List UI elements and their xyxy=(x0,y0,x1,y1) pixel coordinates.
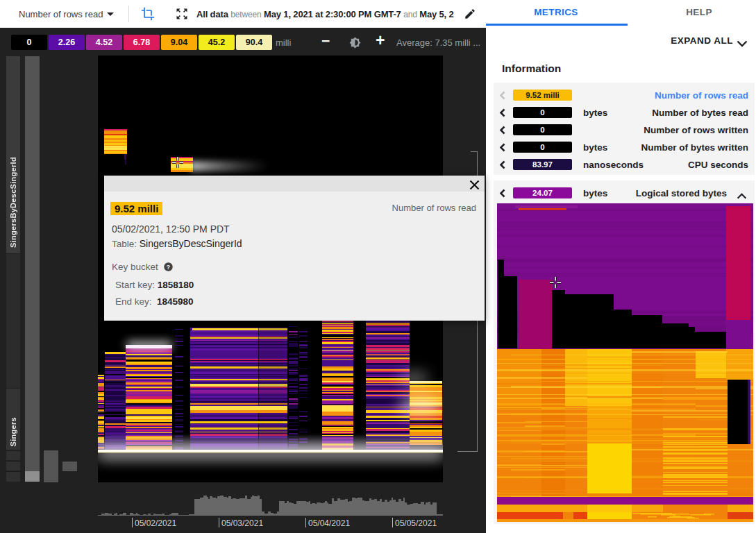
svg-text:?: ? xyxy=(167,264,170,271)
